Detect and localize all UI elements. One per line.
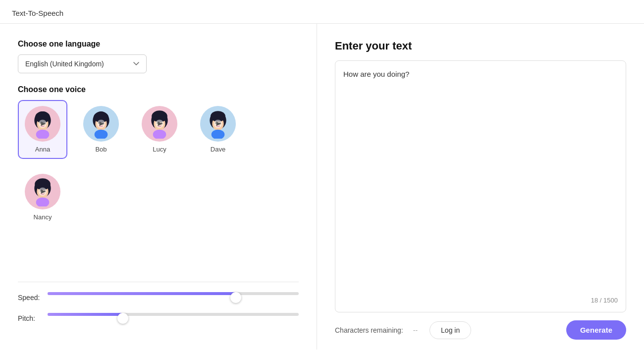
voice-section-label: Choose one voice xyxy=(18,85,299,94)
voice-name-dave: Dave xyxy=(211,146,225,153)
speed-row: Speed: xyxy=(18,292,299,303)
avatar-dave xyxy=(200,106,236,142)
voice-name-lucy: Lucy xyxy=(153,146,166,153)
voice-card-bob[interactable]: Bob xyxy=(76,100,126,159)
right-panel-title: Enter your text xyxy=(335,40,626,52)
avatar-lucy xyxy=(142,106,177,142)
voice-card-lucy[interactable]: Lucy xyxy=(135,100,184,159)
voice-name-nancy: Nancy xyxy=(34,213,52,221)
bottom-bar: Characters remaining: -- Log in Generate xyxy=(335,320,626,340)
text-input[interactable]: How are you doing? xyxy=(343,69,618,293)
voice-card-nancy[interactable]: Nancy xyxy=(18,168,67,227)
voice-name-bob: Bob xyxy=(95,146,107,153)
page-title: Text-To-Speech xyxy=(0,0,644,24)
svg-point-35 xyxy=(36,198,50,206)
avatar-anna xyxy=(25,106,60,142)
svg-point-19 xyxy=(153,130,166,139)
left-panel: Choose one language English (United King… xyxy=(0,24,317,350)
svg-point-11 xyxy=(95,130,108,139)
right-panel: Enter your text How are you doing? 18 / … xyxy=(317,24,644,350)
voice-section: Choose one voice xyxy=(18,85,299,227)
speed-label: Speed: xyxy=(18,294,48,302)
voice-grid: Anna xyxy=(18,100,299,227)
voice-card-anna[interactable]: Anna xyxy=(18,100,67,159)
language-select[interactable]: English (United Kingdom) English (United… xyxy=(18,54,147,73)
pitch-label: Pitch: xyxy=(18,314,48,322)
svg-point-27 xyxy=(212,130,225,139)
voice-card-dave[interactable]: Dave xyxy=(193,100,243,159)
pitch-track xyxy=(48,313,299,324)
svg-point-3 xyxy=(36,130,50,139)
language-section-label: Choose one language xyxy=(18,40,299,49)
pitch-row: Pitch: xyxy=(18,313,299,324)
voice-name-anna: Anna xyxy=(35,146,50,153)
chars-remaining-value: -- xyxy=(413,326,418,334)
avatar-bob xyxy=(83,106,119,142)
speed-track xyxy=(48,292,299,303)
text-area-wrapper: How are you doing? 18 / 1500 xyxy=(335,60,626,312)
avatar-nancy xyxy=(25,174,60,209)
login-button[interactable]: Log in xyxy=(429,321,471,339)
char-count: 18 / 1500 xyxy=(343,297,618,304)
chars-remaining-label: Characters remaining: xyxy=(335,326,403,334)
generate-button[interactable]: Generate xyxy=(566,320,626,340)
sliders-section: Speed: Pitch: xyxy=(18,282,299,334)
